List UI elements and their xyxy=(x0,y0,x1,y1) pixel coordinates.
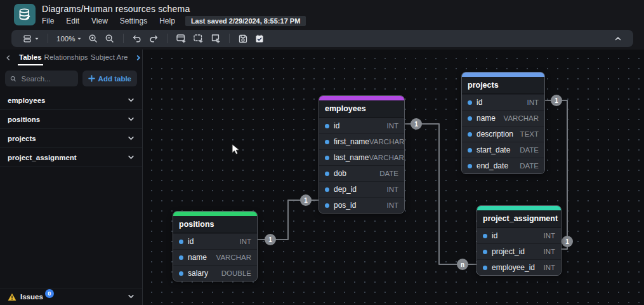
er-field-projects-start_date[interactable]: start_dateDATE xyxy=(462,142,544,158)
chevron-down-icon xyxy=(128,152,135,163)
chevron-down-icon xyxy=(128,291,135,302)
tabs-scroll-left-button[interactable] xyxy=(4,55,13,61)
field-type: VARCHAR xyxy=(369,154,404,161)
layout-menu-button[interactable] xyxy=(19,32,43,46)
field-name: id xyxy=(188,237,194,246)
er-table-projects[interactable]: projectsidINTnameVARCHARdescriptionTEXTs… xyxy=(461,72,545,174)
menu-file[interactable]: File xyxy=(42,17,54,25)
tab-relationships[interactable]: Relationships xyxy=(43,50,89,65)
field-type: DATE xyxy=(379,170,398,177)
app-root: Diagrams/Human resources schema FileEdit… xyxy=(0,0,644,305)
menu-edit[interactable]: Edit xyxy=(66,17,79,25)
field-name: end_date xyxy=(476,161,508,170)
table-list: employeespositionsprojectsproject_assign… xyxy=(0,91,142,167)
er-field-positions-salary[interactable]: salaryDOUBLE xyxy=(173,265,257,281)
table-header[interactable]: projects xyxy=(462,77,544,94)
search-box[interactable] xyxy=(5,71,78,86)
table-accent-strip xyxy=(477,206,561,210)
field-name: id xyxy=(334,121,339,130)
last-saved-badge: Last saved 2/29/2024, 8:55:17 PM xyxy=(185,16,306,26)
zoom-level-dropdown[interactable]: 100% xyxy=(53,33,85,44)
chevron-down-icon xyxy=(128,114,135,125)
main-area: TablesRelationshipsSubject Are Add table… xyxy=(0,50,644,305)
table-header[interactable]: project_assignment xyxy=(477,210,561,227)
menu-help[interactable]: Help xyxy=(159,17,175,25)
er-field-projects-name[interactable]: nameVARCHAR xyxy=(462,110,544,126)
save-button[interactable] xyxy=(235,32,251,46)
chevron-down-icon xyxy=(34,36,39,41)
er-field-employees-pos_id[interactable]: pos_idINT xyxy=(319,197,404,213)
tab-tables[interactable]: Tables xyxy=(18,50,43,65)
menu-bar: FileEditViewSettingsHelp xyxy=(42,17,175,25)
sidebar: TablesRelationshipsSubject Are Add table… xyxy=(0,50,143,305)
sidebar-item-projects[interactable]: projects xyxy=(0,129,142,148)
field-name: pos_id xyxy=(334,201,356,210)
table-header[interactable]: positions xyxy=(173,216,257,233)
sidebar-item-positions[interactable]: positions xyxy=(0,110,142,129)
add-area-tool-button[interactable] xyxy=(190,31,207,46)
field-dot-icon xyxy=(325,172,329,176)
field-dot-icon xyxy=(483,266,487,270)
add-note-tool-button[interactable] xyxy=(207,31,224,46)
er-field-project_assignment-employee_id[interactable]: employee_idINT xyxy=(477,259,561,275)
er-field-project_assignment-id[interactable]: idINT xyxy=(477,227,561,243)
er-field-project_assignment-project_id[interactable]: project_idINT xyxy=(477,243,561,259)
field-type: INT xyxy=(386,186,398,193)
field-name: salary xyxy=(188,269,208,278)
sidebar-item-employees[interactable]: employees xyxy=(0,91,142,110)
list-item-label: positions xyxy=(8,116,40,123)
todo-button[interactable] xyxy=(251,32,268,46)
zoom-level-label: 100% xyxy=(56,35,75,43)
field-type: VARCHAR xyxy=(216,254,251,261)
er-field-positions-name[interactable]: nameVARCHAR xyxy=(173,249,257,265)
er-field-employees-last_name[interactable]: last_nameVARCHAR xyxy=(319,149,404,165)
cardinality-badge: 1 xyxy=(265,234,276,245)
field-name: project_id xyxy=(492,247,525,256)
er-field-employees-dep_id[interactable]: dep_idINT xyxy=(319,181,404,197)
er-field-employees-first_name[interactable]: first_nameVARCHAR xyxy=(319,133,404,149)
field-name: dep_id xyxy=(334,185,357,194)
toolbar-divider xyxy=(229,34,230,43)
search-input[interactable] xyxy=(20,74,73,83)
zoom-out-button[interactable] xyxy=(102,32,118,46)
table-accent-strip xyxy=(462,72,544,77)
tab-subject-are[interactable]: Subject Are xyxy=(89,50,129,65)
er-field-projects-description[interactable]: descriptionTEXT xyxy=(462,126,544,142)
redo-button[interactable] xyxy=(145,32,162,46)
svg-text:1: 1 xyxy=(414,121,418,128)
er-table-positions[interactable]: positionsidINTnameVARCHARsalaryDOUBLE xyxy=(173,211,258,281)
cardinality-badge: 1 xyxy=(411,118,422,130)
diagram-canvas[interactable]: 111n11 employeesidINTfirst_nameVARCHARla… xyxy=(143,50,644,305)
er-field-employees-dob[interactable]: dobDATE xyxy=(319,165,404,181)
er-field-projects-id[interactable]: idINT xyxy=(462,94,544,110)
er-table-project_assignment[interactable]: project_assignmentidINTproject_idINTempl… xyxy=(476,205,562,276)
table-header[interactable]: employees xyxy=(319,100,404,118)
er-table-employees[interactable]: employeesidINTfirst_nameVARCHARlast_name… xyxy=(319,95,405,214)
field-name: employee_id xyxy=(492,263,535,272)
field-type: INT xyxy=(543,232,555,240)
issues-footer[interactable]: Issues 0 xyxy=(0,288,142,305)
table-accent-strip xyxy=(319,96,404,100)
tabs-scroll-right-button[interactable] xyxy=(134,55,143,61)
er-field-projects-end_date[interactable]: end_dateDATE xyxy=(462,158,544,173)
er-field-positions-id[interactable]: idINT xyxy=(173,233,257,249)
menu-settings[interactable]: Settings xyxy=(120,17,147,25)
list-item-label: projects xyxy=(8,135,36,142)
warning-icon xyxy=(8,293,16,301)
app-logo-icon[interactable] xyxy=(14,4,36,25)
list-item-label: employees xyxy=(8,97,45,104)
menu-view[interactable]: View xyxy=(91,17,108,25)
add-table-button[interactable]: Add table xyxy=(82,71,137,86)
zoom-in-button[interactable] xyxy=(85,32,102,46)
add-table-tool-button[interactable] xyxy=(173,31,190,46)
sidebar-item-project_assignment[interactable]: project_assignment xyxy=(0,148,142,167)
field-type: DATE xyxy=(520,162,539,170)
field-type: INT xyxy=(239,238,251,245)
er-field-employees-id[interactable]: idINT xyxy=(319,118,404,133)
collapse-toolbar-button[interactable] xyxy=(610,32,626,45)
field-dot-icon xyxy=(483,250,487,254)
relationship-line-0[interactable] xyxy=(256,200,319,240)
svg-text:1: 1 xyxy=(304,197,308,204)
sidebar-search-row: Add table xyxy=(0,65,142,91)
undo-button[interactable] xyxy=(129,32,145,46)
